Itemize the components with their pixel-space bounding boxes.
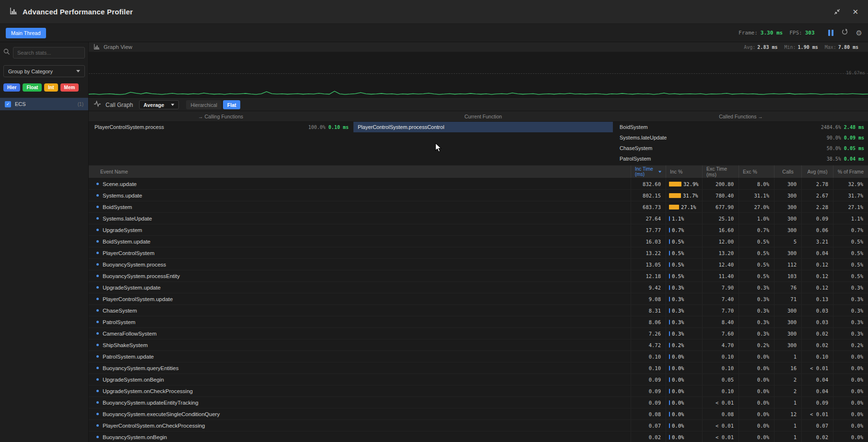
inc-pct-bar [669, 239, 670, 244]
call-graph-mode-select[interactable]: Average [139, 100, 179, 109]
hierarchical-button[interactable]: Hierarchical [186, 100, 221, 109]
table-row[interactable]: BoidSystem683.7327.1%677.9027.0%3002.282… [89, 201, 868, 213]
cell-avg: 0.12 [801, 259, 833, 270]
row-bullet-icon [96, 378, 99, 381]
cell-inc-pct: 0.0% [666, 374, 702, 385]
table-row[interactable]: BoidSystem.update16.030.5%12.000.5%53.21… [89, 236, 868, 247]
call-graph-title: Call Graph [106, 102, 133, 108]
table-row[interactable]: Systems.lateUpdate27.641.1%25.101.0%3000… [89, 213, 868, 224]
table-row[interactable]: PlayerControlSystem.onCheckProcessing0.0… [89, 420, 868, 431]
col-inc-time[interactable]: Inc Time (ms) [631, 165, 666, 178]
table-row[interactable]: CameraFollowSystem7.260.3%7.600.3%3000.0… [89, 328, 868, 339]
cell-inc-time: 683.73 [631, 201, 666, 212]
table-row[interactable]: BuoyancySystem.updateEntityTracking0.090… [89, 397, 868, 408]
cell-frame-pct: 0.5% [833, 259, 868, 270]
cell-calls: 300 [774, 190, 801, 201]
current-function-box[interactable]: PlayerControlSystem.processControl [353, 122, 613, 132]
cell-frame-pct: 1.1% [833, 213, 868, 224]
inc-pct-value: 32.9% [683, 181, 699, 187]
function-name: BoidSystem [620, 124, 648, 130]
table-row[interactable]: Scene.update832.6032.9%200.808.0%3002.78… [89, 178, 868, 190]
call-graph-function-row[interactable]: PatrolSystem38.5%0.04 ms [614, 153, 868, 164]
table-row[interactable]: UpgradeSystem17.770.7%16.600.7%3000.060.… [89, 224, 868, 236]
cell-exc-time: < 0.01 [702, 431, 739, 442]
cell-frame-pct: 0.0% [833, 362, 868, 373]
cell-exc-time: 11.40 [702, 270, 739, 281]
function-pct: 2484.6% [821, 125, 841, 130]
col-exc-time[interactable]: Exc Time (ms) [702, 165, 739, 178]
call-graph-function-row[interactable]: ChaseSystem50.0%0.05 ms [614, 143, 868, 153]
call-graph-function-row[interactable]: Systems.lateUpdate90.0%0.09 ms [614, 132, 868, 143]
cell-calls: 300 [774, 339, 801, 350]
table-row[interactable]: PatrolSystem8.060.3%8.400.3%3000.030.3% [89, 316, 868, 328]
badge-int[interactable]: Int [44, 83, 58, 92]
cell-inc-pct: 0.0% [666, 385, 702, 396]
col-event-name[interactable]: Event Name [89, 165, 631, 178]
cell-exc-time: 200.80 [702, 178, 739, 189]
col-inc-pct[interactable]: Inc % [666, 165, 702, 178]
restore-icon[interactable] [833, 8, 841, 15]
table-row[interactable]: PlayerControlSystem13.220.5%13.200.5%300… [89, 247, 868, 259]
event-name: ChaseSystem [103, 308, 137, 314]
cell-calls: 1 [774, 431, 801, 442]
col-avg[interactable]: Avg (ms) [801, 165, 833, 178]
table-row[interactable]: Systems.update802.1531.7%780.4031.1%3002… [89, 190, 868, 201]
main-thread-button[interactable]: Main Thread [6, 28, 46, 38]
col-frame-pct[interactable]: % of Frame [833, 165, 868, 178]
table-row[interactable]: ShipShakeSystem4.720.2%4.700.2%3000.020.… [89, 339, 868, 351]
event-name: Systems.update [103, 193, 142, 198]
frame-time-graph[interactable]: 16.67ms [89, 52, 868, 98]
event-name: PlayerControlSystem.update [103, 296, 173, 302]
inc-pct-bar [669, 331, 670, 336]
search-input[interactable] [13, 47, 85, 58]
inc-pct-bar [669, 389, 670, 394]
inc-pct-value: 31.7% [683, 193, 698, 198]
gear-icon[interactable]: ⚙ [856, 29, 862, 36]
inc-pct-bar [669, 400, 670, 405]
called-functions-header: Called Functions → [614, 111, 868, 121]
group-by-select[interactable]: Group by Category [3, 65, 85, 77]
table-row[interactable]: BuoyancySystem.onBegin0.020.0%< 0.010.0%… [89, 431, 868, 442]
refresh-icon[interactable] [841, 28, 848, 37]
ecs-checkbox[interactable]: ✓ [5, 101, 11, 107]
frame-graph-svg [89, 52, 868, 98]
table-row[interactable]: BuoyancySystem.processEntity12.180.5%11.… [89, 270, 868, 282]
cell-exc-pct: 0.0% [739, 397, 774, 408]
cell-avg: 0.07 [801, 420, 833, 431]
table-row[interactable]: BuoyancySystem.queryEntities0.100.0%0.10… [89, 362, 868, 374]
inc-pct-value: 0.5% [672, 250, 684, 256]
title-bar: Advanced Performance Profiler ✕ [0, 0, 868, 24]
cell-frame-pct: 0.0% [833, 420, 868, 431]
table-row[interactable]: UpgradeSystem.update9.420.3%7.900.3%760.… [89, 282, 868, 293]
sidebar-item-ecs[interactable]: ✓ ECS (1) [0, 98, 88, 110]
stats-table-body: Scene.update832.6032.9%200.808.0%3002.78… [89, 178, 868, 442]
table-row[interactable]: PatrolSystem.update0.100.0%0.100.0%10.10… [89, 351, 868, 362]
cell-inc-pct: 0.0% [666, 362, 702, 373]
pause-icon[interactable] [828, 30, 833, 36]
cell-frame-pct: 0.0% [833, 374, 868, 385]
cell-avg: 0.12 [801, 282, 833, 293]
cell-exc-pct: 0.0% [739, 374, 774, 385]
cell-exc-time: 12.00 [702, 236, 739, 247]
cell-exc-pct: 0.2% [739, 339, 774, 350]
col-calls[interactable]: Calls [774, 165, 801, 178]
row-bullet-icon [96, 286, 99, 289]
call-graph-function-row[interactable]: BoidSystem2484.6%2.48 ms [614, 122, 868, 132]
table-row[interactable]: PlayerControlSystem.update9.080.3%7.400.… [89, 293, 868, 305]
call-graph-function-row[interactable]: PlayerControlSystem.process100.0%0.10 ms [89, 122, 352, 132]
table-row[interactable]: UpgradeSystem.onBegin0.090.0%0.050.0%20.… [89, 374, 868, 385]
table-row[interactable]: ChaseSystem8.310.3%7.700.3%3000.030.3% [89, 305, 868, 316]
cell-avg: 0.04 [801, 247, 833, 258]
col-exc-pct[interactable]: Exc % [739, 165, 774, 178]
table-row[interactable]: BuoyancySystem.process13.050.5%12.400.5%… [89, 259, 868, 270]
badge-mem[interactable]: Mem [60, 83, 79, 92]
inc-pct-bar [669, 262, 670, 267]
badge-float[interactable]: Float [23, 83, 42, 92]
close-icon[interactable]: ✕ [852, 8, 858, 16]
inc-pct-value: 1.1% [672, 216, 684, 221]
cell-calls: 1 [774, 351, 801, 362]
table-row[interactable]: UpgradeSystem.onCheckProcessing0.090.0%0… [89, 385, 868, 397]
table-row[interactable]: BuoyancySystem.executeSingleConditionQue… [89, 408, 868, 420]
badge-hier[interactable]: Hier [3, 83, 20, 92]
flat-button[interactable]: Flat [223, 100, 241, 109]
